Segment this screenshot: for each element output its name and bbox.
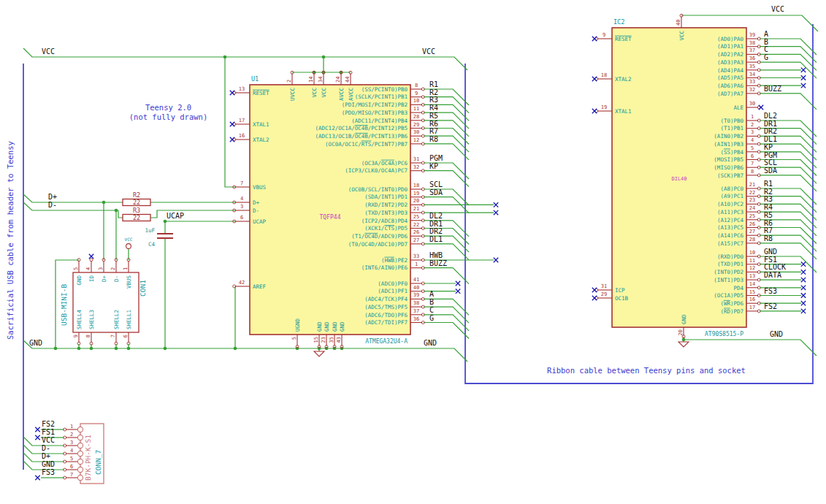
pin-number: 37 (413, 308, 419, 314)
pin-number: 4 (751, 137, 754, 143)
pin-number: 20 (413, 198, 419, 204)
net-label: SCL (429, 180, 443, 188)
net-label: PGM (429, 154, 443, 162)
net-label: R3 (764, 195, 773, 203)
net-label: D+ (48, 193, 57, 201)
net-label: FS3 (764, 287, 777, 295)
no-connect-x-icon (801, 270, 806, 274)
pin-number: 6 (123, 335, 129, 337)
pin-name: (OC1A)PD5 (714, 292, 743, 299)
sacrificial-cable-note: Sacrificial USB cable from header to Tee… (6, 141, 15, 340)
pin-name: (MOSI)PB5 (714, 156, 743, 163)
net-label: R7 (764, 226, 773, 234)
pin-name: (A13)PC5 (717, 224, 743, 231)
no-connect-x-icon (759, 105, 763, 110)
conn7-pad (77, 459, 83, 464)
net-label: D- (48, 201, 57, 209)
pin-number: 1 (415, 261, 418, 267)
pin-number: 11 (413, 106, 419, 112)
ground-symbol-icon (678, 342, 689, 347)
net-label: DATA (764, 271, 781, 279)
pin-number: 17 (239, 118, 245, 123)
teensy-note-line2: (not fully drawn) (115, 112, 221, 122)
schematic-drawing: VCCVCCD+D-UCAPGNDGNDVCCGNDU1ATMEGA32U4-A… (0, 0, 826, 504)
net-label: R1 (429, 80, 438, 88)
pin-number: 21 (413, 206, 419, 212)
pin-name: AVCC (348, 88, 354, 101)
pin-name: (T1)PB1 (720, 125, 743, 131)
no-connect-x-icon (494, 202, 498, 207)
net-label: R5 (764, 211, 773, 219)
pin-name: GND (339, 321, 345, 332)
pin-name: (ADC7/TDI)PF7 (364, 319, 408, 326)
vcc-symbol-label: VCC (125, 237, 133, 242)
net-label: R7 (429, 127, 438, 135)
net-label: R6 (429, 120, 438, 128)
pin-number: 29 (413, 122, 419, 128)
pin-number: 8 (85, 335, 91, 337)
pin-number: 29 (601, 291, 607, 297)
pin-name: VCC (311, 88, 318, 98)
pin-number: 27 (413, 237, 419, 243)
no-connect-x-icon (592, 288, 597, 292)
pin-number: 9 (73, 335, 79, 337)
pin-name: D- (113, 275, 120, 282)
pin-number: 28 (749, 237, 755, 243)
pin-number: 1 (751, 114, 754, 120)
pin-name: (HWB)PE2 (381, 257, 408, 264)
net-label: G (429, 314, 434, 322)
net-label: D+ (42, 452, 50, 460)
pin-number: 1 (70, 424, 73, 429)
no-connect-x-icon (592, 109, 597, 113)
pin-name: (AD0)PA0 (717, 36, 744, 42)
net-label: HWB (429, 251, 443, 259)
pin-name: XTAL1 (615, 108, 632, 115)
net-label: D- (42, 444, 50, 452)
pin-number: 22 (413, 222, 419, 228)
pin-number: 2 (70, 432, 73, 438)
pin-number: 5 (73, 267, 79, 270)
net-label: KP (429, 162, 438, 170)
net-label: SDA (429, 188, 443, 196)
schematic-canvas: VCCVCCD+D-UCAPGNDGNDVCCGNDU1ATMEGA32U4-A… (0, 0, 826, 504)
pin-name: (RXD/INT2)PD2 (364, 202, 408, 208)
junction-dot (102, 201, 106, 205)
pin-name: (A9)PC1 (720, 193, 743, 199)
pin-name: VCC (321, 88, 327, 98)
pin-number: 28 (413, 114, 419, 120)
no-connect-x-icon (456, 289, 460, 294)
pin-name: ID (88, 275, 95, 283)
pin-name: (RXD)PD0 (717, 253, 744, 260)
pin-number: 39 (749, 32, 755, 38)
net-label: GND (764, 248, 777, 256)
pin-name: RESET (615, 36, 632, 42)
no-connect-x-icon (89, 254, 93, 259)
pin-name: (AD7)PA7 (717, 91, 743, 97)
pin-number: 7 (70, 472, 73, 478)
net-label: GND (770, 330, 783, 338)
net-label: A (764, 30, 768, 38)
pin-number: 24 (335, 77, 341, 83)
pin-number: 22 (749, 190, 755, 196)
pin-number: 23 (749, 197, 755, 203)
net-label: SCL (764, 159, 777, 167)
pin-name: (T1/OC4D/ADC9)PD6 (351, 233, 408, 240)
junction-dot (164, 347, 167, 351)
pin-name: (ADC11/PCINT4)PB4 (351, 118, 408, 124)
pin-name: XTAL2 (253, 137, 269, 143)
pin-name: (PDI/MOSI/PCINT2)PB2 (342, 102, 408, 108)
pin-name: (OC0A/OC1C/RTS/PCINT7)PB7 (325, 141, 408, 148)
pin-number: 18 (413, 183, 419, 188)
net-label: DL2 (764, 112, 777, 120)
pin-name: (ADC1)PF1 (378, 288, 408, 294)
pin-name: (ADC0)PF0 (378, 280, 408, 287)
pin-number: 35 (329, 337, 334, 343)
pin-number: 21 (749, 182, 755, 188)
ic2-ref: IC2 (613, 18, 624, 26)
pin-name: (ADC4/TCK)PF4 (364, 296, 408, 302)
wire (684, 340, 817, 356)
net-label: VCC (42, 47, 55, 56)
pin-number: 8 (415, 83, 418, 88)
pin-number: 13 (749, 273, 755, 279)
pin-name: (SS)PB4 (720, 149, 743, 156)
